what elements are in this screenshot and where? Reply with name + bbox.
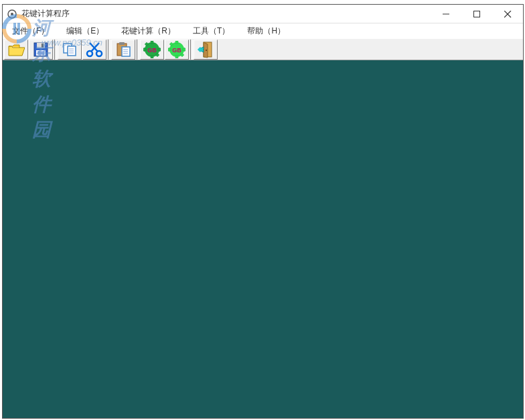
svg-rect-41 (175, 41, 178, 44)
svg-rect-10 (42, 44, 44, 48)
svg-line-22 (91, 43, 99, 52)
open-button[interactable] (4, 40, 28, 60)
save-button[interactable] (29, 40, 53, 60)
minimize-button[interactable] (431, 5, 461, 23)
copy-button[interactable] (58, 40, 82, 60)
cut-button[interactable] (82, 40, 106, 60)
maximize-button[interactable] (461, 5, 492, 23)
folder-open-icon (7, 42, 25, 57)
scissors-icon (86, 42, 103, 58)
menu-tools[interactable]: 工具（T） (189, 24, 234, 38)
menu-file[interactable]: 文件（F） (8, 24, 53, 38)
menu-edit[interactable]: 编辑（E） (62, 24, 108, 38)
menu-help[interactable]: 帮助（H） (243, 24, 289, 38)
window-title: 花键计算程序 (21, 8, 431, 19)
close-button[interactable] (492, 5, 523, 23)
svg-rect-9 (37, 43, 45, 48)
gb-dark-button[interactable]: GB (140, 40, 164, 60)
clipboard-paste-icon (115, 42, 131, 58)
gb-light-button[interactable]: GB (165, 40, 189, 60)
window-controls (431, 5, 523, 23)
toolbar-separator (190, 40, 193, 60)
paste-button[interactable] (111, 40, 135, 60)
app-icon (7, 9, 17, 19)
menubar: 文件（F） 编辑（E） 花键计算（R） 工具（T） 帮助（H） (3, 23, 523, 38)
svg-point-3 (11, 13, 13, 15)
close-icon (504, 11, 512, 18)
copy-icon (62, 42, 78, 58)
door-exit-icon (197, 41, 214, 58)
svg-text:GB: GB (147, 47, 157, 54)
svg-point-51 (206, 50, 207, 51)
svg-rect-5 (474, 11, 480, 17)
main-window: 花键计算程序 文件（F） 编辑（E） 花键计算（R） 工具（T） 帮助（H） (2, 4, 524, 419)
gear-gb-light-icon: GB (168, 41, 185, 58)
gear-gb-dark-icon: GB (143, 41, 161, 58)
minimize-icon (443, 11, 449, 17)
toolbar-separator (137, 40, 139, 60)
svg-rect-31 (151, 41, 153, 44)
exit-button[interactable] (194, 40, 218, 60)
maximize-icon (473, 11, 480, 17)
workspace-area (3, 60, 523, 418)
toolbar-separator (108, 40, 110, 60)
svg-rect-25 (119, 42, 125, 45)
svg-line-23 (90, 43, 98, 52)
svg-rect-32 (151, 56, 153, 58)
svg-text:GB: GB (172, 47, 181, 54)
floppy-disk-icon (33, 42, 49, 58)
menu-calc[interactable]: 花键计算（R） (117, 24, 179, 38)
svg-rect-42 (175, 56, 178, 58)
titlebar: 花键计算程序 (3, 5, 523, 23)
toolbar-separator (54, 40, 57, 60)
toolbar: GB GB (3, 38, 523, 60)
